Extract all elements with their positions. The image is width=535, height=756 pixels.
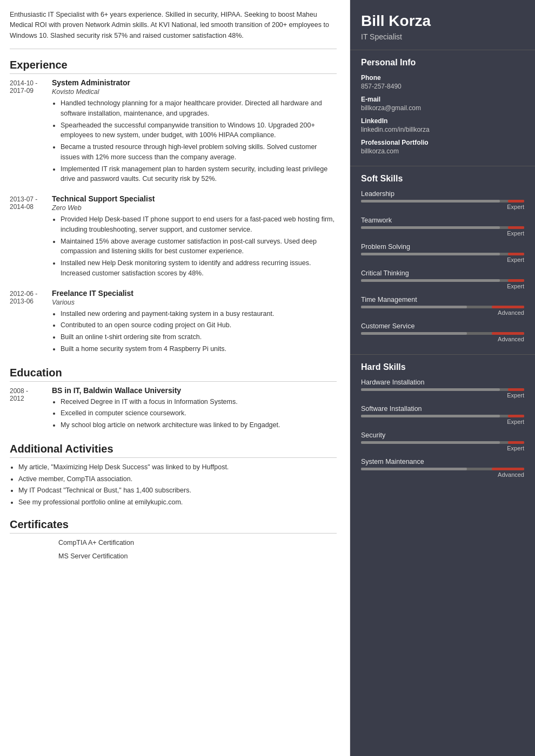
activity-item: My IT Podcast "Technical or Bust," has 1… (18, 485, 337, 496)
skill-bar-fill (361, 200, 500, 202)
experience-entry: 2013-07 - 2014-08Technical Support Speci… (10, 194, 337, 280)
skill-level: Expert (361, 418, 524, 425)
email-field: E-mail billkorza@gmail.com (361, 96, 524, 112)
skill-bar-bg (361, 200, 524, 202)
edu-content: BS in IT, Baldwin Wallace UniversityRece… (52, 386, 337, 432)
experience-list: 2014-10 - 2017-09System AdministratorKov… (10, 78, 337, 356)
skill-name: Security (361, 431, 524, 439)
linkedin-field: LinkedIn linkedin.com/in/billkorza (361, 117, 524, 133)
exp-bullet: Built an online t-shirt ordering site fr… (61, 332, 337, 342)
skill-bar-fill (361, 441, 500, 444)
certificate-item: CompTIA A+ Certification (58, 538, 337, 548)
exp-bullets: Provided Help Desk-based IT phone suppor… (52, 214, 337, 279)
skill-item: Software InstallationExpert (361, 405, 524, 425)
personal-info-title: Personal Info (361, 58, 524, 68)
skill-bar-bg (361, 306, 524, 308)
exp-bullet: Maintained 15% above average customer sa… (61, 237, 337, 257)
email-label: E-mail (361, 96, 524, 103)
certificates-section: Certificates CompTIA A+ CertificationMS … (10, 518, 337, 562)
skill-level: Advanced (361, 336, 524, 342)
phone-value: 857-257-8490 (361, 83, 524, 90)
exp-bullet: Became a trusted resource through high-l… (61, 142, 337, 163)
activities-title: Additional Activities (10, 443, 337, 458)
exp-job-title: System Administrator (52, 78, 337, 87)
skill-item: Problem SolvingExpert (361, 243, 524, 263)
activity-item: Active member, CompTIA association. (18, 474, 337, 484)
skill-bar-fill (361, 415, 500, 417)
skill-level: Expert (361, 230, 524, 237)
skill-level: Expert (361, 204, 524, 210)
soft-skills-list: LeadershipExpertTeamworkExpertProblem So… (361, 190, 524, 342)
skill-bar-bg (361, 226, 524, 229)
portfolio-label: Professional Portfolio (361, 139, 524, 146)
skill-item: Critical ThinkingExpert (361, 269, 524, 289)
right-header: Bill Korza IT Specialist (350, 0, 535, 50)
activities-section: Additional Activities My article, "Maxim… (10, 443, 337, 508)
skill-bar-accent (508, 253, 524, 255)
skill-level: Expert (361, 445, 524, 451)
skill-level: Expert (361, 283, 524, 289)
certificates-title: Certificates (10, 518, 337, 534)
edu-date: 2008 - 2012 (10, 386, 52, 432)
exp-bullet: Installed new ordering and payment-takin… (61, 309, 337, 319)
portfolio-value: billkorza.com (361, 147, 524, 155)
skill-bar-bg (361, 388, 524, 391)
experience-title: Experience (10, 59, 337, 74)
skill-bar-accent (492, 468, 524, 470)
exp-bullet: Contributed to an open source coding pro… (61, 320, 337, 330)
education-entry: 2008 - 2012BS in IT, Baldwin Wallace Uni… (10, 386, 337, 432)
skill-name: Hardware Installation (361, 379, 524, 386)
experience-section: Experience 2014-10 - 2017-09System Admin… (10, 59, 337, 356)
edu-bullet: Excelled in computer science coursework. (61, 408, 337, 418)
portfolio-field: Professional Portfolio billkorza.com (361, 139, 524, 155)
skill-bar-accent (492, 306, 524, 308)
education-section: Education 2008 - 2012BS in IT, Baldwin W… (10, 367, 337, 432)
skill-bar-fill (361, 468, 467, 470)
phone-label: Phone (361, 74, 524, 82)
activities-list: My article, "Maximizing Help Desk Succes… (10, 462, 337, 508)
linkedin-value: linkedin.com/in/billkorza (361, 126, 524, 133)
skill-item: LeadershipExpert (361, 190, 524, 210)
personal-info-section: Personal Info Phone 857-257-8490 E-mail … (350, 50, 535, 166)
skill-level: Expert (361, 392, 524, 399)
skill-name: Problem Solving (361, 243, 524, 251)
exp-bullet: Handled technology planning for a major … (61, 98, 337, 119)
exp-bullet: Provided Help Desk-based IT phone suppor… (61, 214, 337, 235)
exp-content: Freelance IT SpecialistVariousInstalled … (52, 289, 337, 356)
skill-item: TeamworkExpert (361, 217, 524, 237)
experience-entry: 2014-10 - 2017-09System AdministratorKov… (10, 78, 337, 186)
exp-bullet: Spearheaded the successful companywide t… (61, 120, 337, 141)
linkedin-label: LinkedIn (361, 117, 524, 125)
email-value: billkorza@gmail.com (361, 104, 524, 112)
exp-content: Technical Support SpecialistZero WebProv… (52, 194, 337, 280)
certificates-list: CompTIA A+ CertificationMS Server Certif… (10, 538, 337, 562)
phone-field: Phone 857-257-8490 (361, 74, 524, 90)
hard-skills-list: Hardware InstallationExpertSoftware Inst… (361, 379, 524, 478)
skill-bar-bg (361, 415, 524, 417)
exp-company: Various (52, 299, 337, 306)
skill-bar-fill (361, 226, 500, 229)
candidate-name: Bill Korza (361, 12, 524, 30)
exp-date: 2014-10 - 2017-09 (10, 78, 52, 186)
left-column: Enthusiastic IT Specialist with 6+ years… (0, 0, 350, 756)
experience-entry: 2012-06 - 2013-06Freelance IT Specialist… (10, 289, 337, 356)
skill-bar-accent (508, 415, 524, 417)
skill-level: Advanced (361, 471, 524, 478)
skill-bar-bg (361, 332, 524, 335)
education-title: Education (10, 367, 337, 382)
exp-date: 2012-06 - 2013-06 (10, 289, 52, 356)
skill-bar-bg (361, 279, 524, 282)
skill-bar-bg (361, 253, 524, 255)
skill-bar-bg (361, 441, 524, 444)
skill-level: Advanced (361, 309, 524, 316)
skill-bar-accent (508, 200, 524, 202)
edu-bullet: My school blog article on network archit… (61, 420, 337, 430)
skill-name: Leadership (361, 190, 524, 198)
hard-skills-section: Hard Skills Hardware InstallationExpertS… (350, 355, 535, 490)
skill-name: Time Management (361, 296, 524, 303)
exp-company: Kovisto Medical (52, 88, 337, 96)
exp-job-title: Technical Support Specialist (52, 194, 337, 203)
activity-item: See my professional portfolio online at … (18, 497, 337, 508)
exp-company: Zero Web (52, 204, 337, 212)
exp-bullets: Handled technology planning for a major … (52, 98, 337, 184)
